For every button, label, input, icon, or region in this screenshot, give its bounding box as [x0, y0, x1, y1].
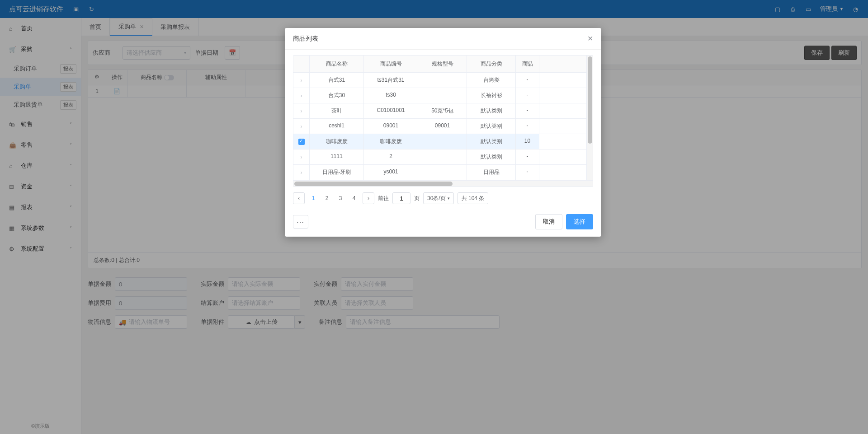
page-3[interactable]: 3	[335, 195, 345, 201]
cell-last: -	[516, 88, 539, 103]
modal-body: 商品名称 商品编号 规格型号 商品分类 商品✎ ›台式31ts31台式31台烤类…	[285, 50, 601, 210]
col-code: 商品编号	[364, 56, 418, 72]
row-checkbox[interactable]: ›	[293, 103, 310, 118]
cell-cat: 长袖衬衫	[467, 88, 516, 103]
cell-spec: 09001	[418, 119, 467, 134]
page-1[interactable]: 1	[308, 195, 318, 201]
table-row[interactable]: ›日用品-牙刷ys001日用品-	[293, 165, 593, 180]
cell-spec: 50克*5包	[418, 103, 467, 118]
table-header: 商品名称 商品编号 规格型号 商品分类 商品✎	[293, 56, 593, 73]
page-suffix: 页	[414, 195, 420, 202]
total-count: 共 104 条	[458, 192, 489, 204]
cell-code: 09001	[364, 119, 418, 134]
expand-icon: ›	[301, 123, 302, 130]
col-spec: 规格型号	[418, 56, 467, 72]
prev-page-button[interactable]: ‹	[293, 192, 305, 204]
page-4[interactable]: 4	[349, 195, 359, 201]
cell-cat: 默认类别	[467, 134, 516, 149]
cell-cat: 默认类别	[467, 103, 516, 118]
pagination: ‹ 1 2 3 4 › 前往 页 30条/页▾ 共 104 条	[293, 192, 593, 204]
col-name: 商品名称	[310, 56, 364, 72]
modal-header: 商品列表 ✕	[285, 28, 601, 50]
horizontal-scrollbar[interactable]	[293, 180, 593, 187]
cell-name: 咖啡废废	[310, 134, 364, 149]
cell-name: 茶叶	[310, 103, 364, 118]
cell-code: C01001001	[364, 103, 418, 118]
cell-name: 日用品-牙刷	[310, 165, 364, 180]
cell-last: -	[516, 165, 539, 180]
table-row[interactable]: ›台式30ts30长袖衬衫-	[293, 88, 593, 103]
cell-last: -	[516, 149, 539, 164]
cell-name: 台式31	[310, 73, 364, 88]
table-row[interactable]: 咖啡废废咖啡废废默认类别10	[293, 134, 593, 149]
cancel-button[interactable]: 取消	[535, 214, 562, 229]
cell-spec	[418, 165, 467, 180]
modal-footer: ··· 取消 选择	[285, 210, 601, 237]
row-checkbox[interactable]: ›	[293, 88, 310, 103]
next-page-button[interactable]: ›	[363, 192, 374, 204]
cell-spec	[418, 88, 467, 103]
row-checkbox[interactable]: ›	[293, 119, 310, 134]
table-row[interactable]: ›11112默认类别-	[293, 149, 593, 165]
cell-cat: 默认类别	[467, 119, 516, 134]
cell-code: ts31台式31	[364, 73, 418, 88]
cell-last: -	[516, 119, 539, 134]
checkbox-header	[293, 56, 310, 72]
col-cat: 商品分类	[467, 56, 516, 72]
expand-icon: ›	[301, 93, 302, 99]
product-list-modal: 商品列表 ✕ 商品名称 商品编号 规格型号 商品分类 商品✎ ›台式31ts31…	[285, 28, 601, 237]
modal-title: 商品列表	[293, 35, 318, 43]
col-last: 商品✎	[516, 56, 539, 72]
cell-last: -	[516, 103, 539, 118]
row-checkbox[interactable]: ›	[293, 73, 310, 88]
goto-page-input[interactable]	[392, 192, 410, 204]
cell-last: 10	[516, 134, 539, 149]
expand-icon: ›	[301, 77, 302, 84]
cell-spec	[418, 73, 467, 88]
page-2[interactable]: 2	[322, 195, 332, 201]
row-checkbox[interactable]: ›	[293, 149, 310, 164]
cell-last: -	[516, 73, 539, 88]
expand-icon: ›	[301, 154, 302, 160]
cell-spec	[418, 149, 467, 164]
expand-icon: ›	[301, 169, 302, 176]
expand-icon: ›	[301, 108, 302, 114]
product-table: 商品名称 商品编号 规格型号 商品分类 商品✎ ›台式31ts31台式31台烤类…	[293, 55, 593, 187]
table-row[interactable]: ›ceshi10900109001默认类别-	[293, 119, 593, 134]
cell-cat: 默认类别	[467, 149, 516, 164]
row-checkbox[interactable]: ›	[293, 165, 310, 180]
cell-spec	[418, 134, 467, 149]
select-button[interactable]: 选择	[566, 214, 593, 229]
goto-label: 前往	[378, 195, 389, 202]
cell-cat: 台烤类	[467, 73, 516, 88]
edit-columns-icon[interactable]: ✎	[526, 60, 530, 66]
vertical-scrollbar[interactable]	[586, 56, 593, 180]
cell-code: 2	[364, 149, 418, 164]
modal-close-icon[interactable]: ✕	[587, 34, 593, 43]
cell-code: 咖啡废废	[364, 134, 418, 149]
row-checkbox[interactable]	[293, 134, 310, 149]
table-row[interactable]: ›台式31ts31台式31台烤类-	[293, 73, 593, 88]
cell-name: 1111	[310, 149, 364, 164]
table-row[interactable]: ›茶叶C0100100150克*5包默认类别-	[293, 103, 593, 119]
cell-name: 台式30	[310, 88, 364, 103]
cell-code: ts30	[364, 88, 418, 103]
cell-name: ceshi1	[310, 119, 364, 134]
page-size-select[interactable]: 30条/页▾	[423, 192, 454, 204]
cell-code: ys001	[364, 165, 418, 180]
cell-cat: 日用品	[467, 165, 516, 180]
more-button[interactable]: ···	[293, 215, 308, 229]
